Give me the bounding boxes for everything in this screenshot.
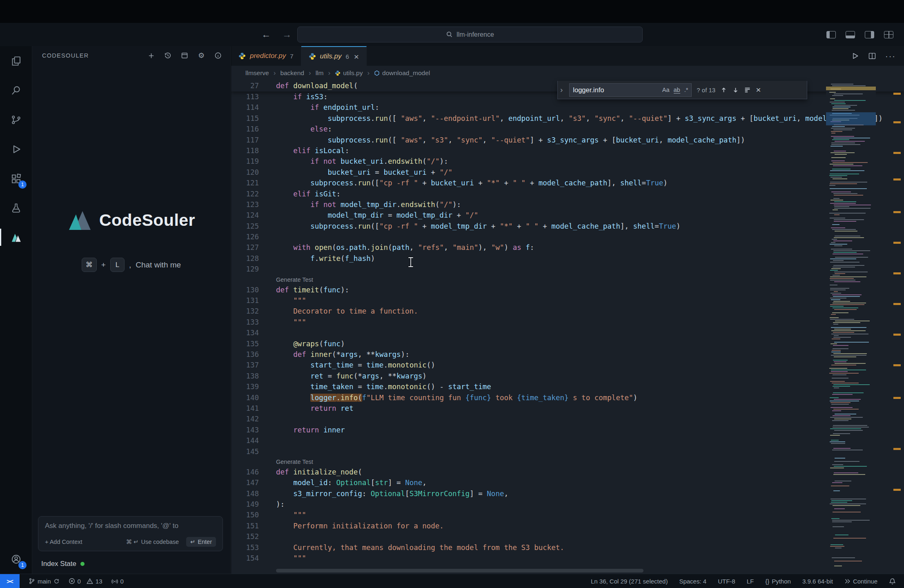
code-line-138[interactable]: 138 ret = func(*args, **kwargs) xyxy=(231,371,904,381)
code-line-117[interactable]: 117 subprocess.run([ "aws", "s3", "sync"… xyxy=(231,135,904,145)
code-line-137[interactable]: 137 start_time = time.monotonic() xyxy=(231,360,904,370)
split-editor-icon[interactable] xyxy=(868,52,876,60)
new-chat-icon[interactable] xyxy=(147,51,155,60)
cursor-position[interactable]: Ln 36, Col 29 (271 selected) xyxy=(591,578,668,585)
more-actions-icon[interactable]: ··· xyxy=(885,51,896,61)
run-debug-icon[interactable] xyxy=(0,134,32,164)
git-branch-item[interactable]: main xyxy=(29,578,60,585)
code-line-116[interactable]: 116 else: xyxy=(231,124,904,134)
close-tab-icon[interactable]: × xyxy=(354,52,359,61)
find-in-selection-icon[interactable] xyxy=(744,87,751,94)
code-line-148[interactable]: 148 s3_mirror_config: Optional[S3MirrorC… xyxy=(231,488,904,499)
code-line-143[interactable]: 143 return inner xyxy=(231,425,904,435)
language-mode[interactable]: {} Python xyxy=(765,578,791,585)
code-line-145[interactable]: 145 xyxy=(231,446,904,457)
remote-indicator[interactable]: >< xyxy=(0,574,20,588)
code-line-140[interactable]: 140 logger.info(f"LLM time counting fun … xyxy=(231,392,904,403)
history-icon[interactable] xyxy=(164,51,172,60)
toggle-sidebar-icon[interactable] xyxy=(826,31,836,38)
encoding[interactable]: UTF-8 xyxy=(718,578,735,585)
code-line-115[interactable]: 115 subprocess.run([ "aws", "--endpoint-… xyxy=(231,113,904,124)
python-interpreter[interactable]: 3.9.6 64-bit xyxy=(802,578,833,585)
breadcrumb-llmserve[interactable]: llmserve xyxy=(245,69,269,77)
code-line-132[interactable]: 132 Decorator to time a function. xyxy=(231,306,904,316)
index-state[interactable]: Index State xyxy=(41,560,85,568)
codelens-generate-test[interactable]: Generate Test xyxy=(276,459,313,465)
breadcrumb-llm[interactable]: llm xyxy=(316,69,324,77)
navigate-back-icon[interactable]: ← xyxy=(261,29,271,40)
code-line-121[interactable]: 121 subprocess.run(["cp -rf " + bucket_u… xyxy=(231,178,904,188)
codelens-generate-test[interactable]: Generate Test xyxy=(276,276,313,283)
code-line-139[interactable]: 139 time_taken = time.monotonic() - star… xyxy=(231,381,904,392)
ports-item[interactable]: 0 xyxy=(111,578,124,585)
code-line-127[interactable]: 127 with open(os.path.join(path, "refs",… xyxy=(231,242,904,253)
open-editor-icon[interactable] xyxy=(180,51,189,60)
code-line-128[interactable]: 128 f.write(f_hash) xyxy=(231,253,904,264)
testing-icon[interactable] xyxy=(0,193,32,223)
code-line-135[interactable]: 135 @wraps(func) xyxy=(231,339,904,349)
breadcrumb-backend[interactable]: backend xyxy=(280,69,304,77)
breadcrumb-utils-py[interactable]: utils.py xyxy=(335,69,363,77)
code-line-133[interactable]: 133 """ xyxy=(231,317,904,327)
code-line-123[interactable]: 123 if not model_tmp_dir.endswith("/"): xyxy=(231,199,904,210)
match-case-icon[interactable]: Aa xyxy=(662,87,670,93)
code-line-122[interactable]: 122 elif isGit: xyxy=(231,189,904,199)
code-line-118[interactable]: 118 elif isLocal: xyxy=(231,145,904,156)
find-input[interactable] xyxy=(573,86,658,94)
search-sidebar-icon[interactable] xyxy=(0,76,32,105)
code-line-152[interactable]: 152 xyxy=(231,531,904,542)
code-line-154[interactable]: 154 """ xyxy=(231,553,904,564)
code-line-150[interactable]: 150 """ xyxy=(231,510,904,520)
codesouler-panel-icon[interactable] xyxy=(0,223,32,252)
toggle-secondary-sidebar-icon[interactable] xyxy=(865,31,874,38)
code-line-125[interactable]: 125 subprocess.run(["cp -rf " + model_tm… xyxy=(231,221,904,232)
notifications-bell-icon[interactable] xyxy=(889,578,896,585)
code-line-147[interactable]: 147 model_id: Optional[str] = None, xyxy=(231,477,904,488)
code-line-124[interactable]: 124 model_tmp_dir = model_tmp_dir + "/" xyxy=(231,210,904,220)
next-match-icon[interactable] xyxy=(732,87,739,94)
source-control-icon[interactable] xyxy=(0,105,32,134)
toggle-panel-icon[interactable] xyxy=(846,31,855,38)
chat-input-placeholder[interactable]: Ask anything, '/' for slash commands, '@… xyxy=(45,522,216,530)
code-line-129[interactable]: 129 xyxy=(231,264,904,274)
minimap[interactable] xyxy=(826,80,876,574)
run-python-file-icon[interactable] xyxy=(851,52,859,60)
overview-ruler[interactable] xyxy=(881,80,904,574)
code-line-126[interactable]: 126 xyxy=(231,232,904,242)
tab-predictor-py[interactable]: predictor.py 7 xyxy=(231,46,301,66)
tab-utils-py[interactable]: utils.py 6 × xyxy=(301,46,367,66)
code-line-119[interactable]: 119 if not bucket_uri.endswith("/"): xyxy=(231,156,904,167)
eol-sequence[interactable]: LF xyxy=(747,578,754,585)
code-line-153[interactable]: 153 Currently, that means downloading th… xyxy=(231,542,904,553)
regex-icon[interactable]: .* xyxy=(684,87,688,93)
explorer-icon[interactable] xyxy=(0,46,32,76)
breadcrumb-symbol-download-model[interactable]: download_model xyxy=(374,69,430,77)
indentation[interactable]: Spaces: 4 xyxy=(679,578,706,585)
accounts-icon[interactable]: 1 xyxy=(0,544,32,574)
code-line-144[interactable]: 144 xyxy=(231,435,904,446)
toggle-replace-icon[interactable]: › xyxy=(559,85,564,94)
code-line-136[interactable]: 136 def inner(*args, **kwargs): xyxy=(231,349,904,360)
add-context-button[interactable]: + Add Context xyxy=(45,539,82,545)
code-line-130[interactable]: 130def timeit(func): xyxy=(231,285,904,295)
enter-button[interactable]: ↵ Enter xyxy=(186,537,216,547)
code-editor[interactable]: 27 def download_model( 113 if isS3:114 i… xyxy=(231,80,904,574)
code-line-151[interactable]: 151 Performn initialization for a node. xyxy=(231,521,904,531)
code-line-142[interactable]: 142 xyxy=(231,414,904,424)
settings-gear-icon[interactable]: ⚙ xyxy=(197,51,205,60)
code-line-134[interactable]: 134 xyxy=(231,327,904,338)
close-find-icon[interactable]: × xyxy=(756,85,761,95)
navigate-forward-icon[interactable]: → xyxy=(282,29,292,40)
chat-composer[interactable]: Ask anything, '/' for slash commands, '@… xyxy=(38,516,223,551)
problems-item[interactable]: 0 13 xyxy=(69,578,102,585)
customize-layout-icon[interactable] xyxy=(884,31,893,38)
continue-item[interactable]: Continue xyxy=(844,578,877,585)
use-codebase-button[interactable]: ⌘ ↵ Use codebase xyxy=(126,539,179,545)
previous-match-icon[interactable] xyxy=(720,87,727,94)
extensions-icon[interactable]: 1 xyxy=(0,164,32,193)
code-line-120[interactable]: 120 bucket_uri = bucket_uri + "/" xyxy=(231,167,904,178)
code-line-149[interactable]: 149): xyxy=(231,499,904,510)
info-icon[interactable] xyxy=(214,51,222,60)
code-line-141[interactable]: 141 return ret xyxy=(231,403,904,414)
horizontal-scrollbar[interactable] xyxy=(276,569,643,572)
